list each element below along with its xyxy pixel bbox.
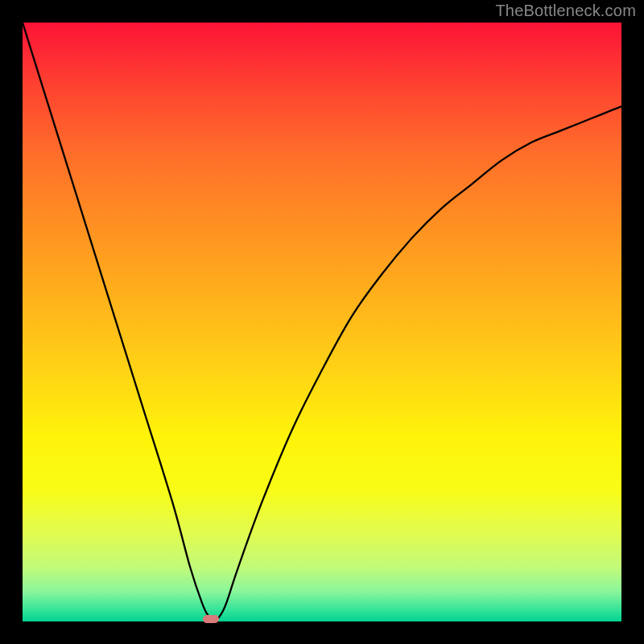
chart-plot-area: [23, 23, 621, 621]
curve-path: [23, 23, 621, 621]
watermark-text: TheBottleneck.com: [495, 2, 636, 20]
minimum-marker: [203, 615, 219, 623]
bottleneck-curve: [23, 23, 621, 621]
